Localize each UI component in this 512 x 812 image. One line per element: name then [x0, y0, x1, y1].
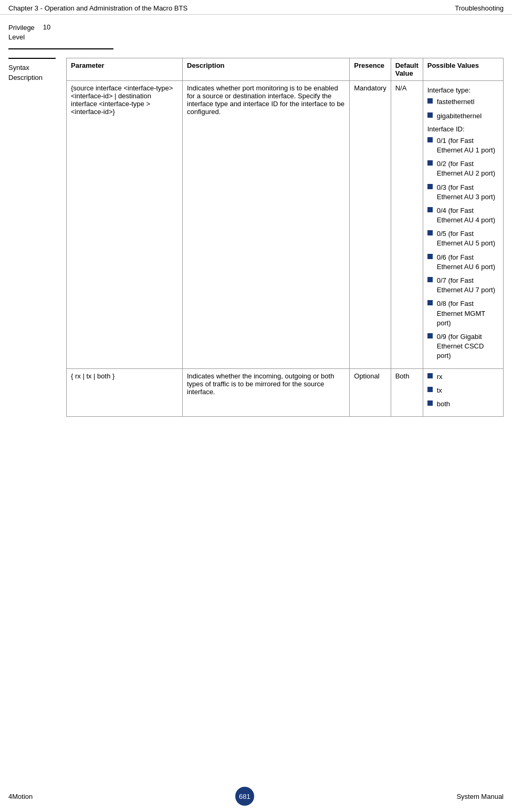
bullet-icon [427, 277, 433, 282]
bullet-icon [427, 98, 433, 104]
col-header-description: Description [183, 58, 350, 81]
syntax-section: Syntax Description Parameter Description… [0, 49, 512, 417]
row1-presence: Mandatory [350, 81, 391, 368]
footer-right: System Manual [456, 793, 504, 800]
header: Chapter 3 - Operation and Administration… [0, 0, 512, 15]
bullet-label: gigabitethernel [437, 111, 482, 121]
bullet-label: 0/9 (for Gigabit Ethernet CSCD port) [437, 332, 499, 361]
privilege-label: Privilege Level [8, 23, 35, 42]
bullet-label: 0/7 (for Fast Ethernet AU 7 port) [437, 276, 499, 295]
col-header-parameter: Parameter [67, 58, 183, 81]
bullet-icon [427, 254, 433, 259]
bullet-icon [427, 387, 433, 392]
bullet-label: 0/4 (for Fast Ethernet AU 4 port) [437, 206, 499, 225]
header-chapter: Chapter 3 - Operation and Administration… [8, 4, 187, 12]
table-row: {source interface <interface-type> <inte… [67, 81, 504, 368]
row2-possible-values: rx tx both [423, 368, 503, 417]
bullet-label: 0/1 (for Fast Ethernet AU 1 port) [437, 136, 499, 155]
header-section: Troubleshooting [455, 4, 504, 12]
bullet-label: rx [437, 372, 443, 382]
row1-parameter: {source interface <interface-type> <inte… [67, 81, 183, 368]
row2-description: Indicates whether the incoming, outgoing… [183, 368, 350, 417]
bullet-icon [427, 184, 433, 189]
bullet-icon [427, 400, 433, 406]
bullet-label: 0/5 (for Fast Ethernet AU 5 port) [437, 229, 499, 248]
syntax-label-container: Syntax Description [8, 58, 66, 82]
row2-parameter: { rx | tx | both } [67, 368, 183, 417]
bullet-icon [427, 230, 433, 235]
bullet-icon [427, 137, 433, 142]
privilege-container: Privilege Level 10 [0, 15, 512, 49]
bullet-label: tx [437, 386, 442, 395]
bullet-icon [427, 207, 433, 212]
col-header-default-value: DefaultValue [391, 58, 423, 81]
row2-default-value: Both [391, 368, 423, 417]
bullet-icon [427, 300, 433, 305]
footer-left: 4Motion [8, 793, 33, 800]
row2-presence: Optional [350, 368, 391, 417]
row1-description: Indicates whether port monitoring is to … [183, 81, 350, 368]
col-header-possible-values: Possible Values [423, 58, 503, 81]
syntax-label: Syntax Description [8, 63, 66, 82]
bullet-label: 0/2 (for Fast Ethernet AU 2 port) [437, 159, 499, 178]
bullet-label: both [437, 399, 450, 409]
table-container: Parameter Description Presence DefaultVa… [66, 58, 504, 417]
footer: 4Motion 681 System Manual [0, 787, 512, 806]
bullet-label: fastethernetl [437, 97, 475, 107]
row1-default-value: N/A [391, 81, 423, 368]
bullet-label: 0/6 (for Fast Ethernet AU 6 port) [437, 253, 499, 272]
col-header-presence: Presence [350, 58, 391, 81]
bullet-label: 0/8 (for Fast Ethernet MGMT port) [437, 299, 499, 328]
row1-possible-values: Interface type: fastethernetl gigabiteth… [423, 81, 503, 368]
bullet-icon [427, 373, 433, 378]
table-row: { rx | tx | both } Indicates whether the… [67, 368, 504, 417]
bullet-icon [427, 160, 433, 166]
bullet-icon [427, 333, 433, 338]
privilege-value: 10 [43, 23, 50, 31]
bullet-icon [427, 112, 433, 118]
footer-center: 681 [235, 787, 254, 806]
bullet-label: 0/3 (for Fast Ethernet AU 3 port) [437, 183, 499, 202]
